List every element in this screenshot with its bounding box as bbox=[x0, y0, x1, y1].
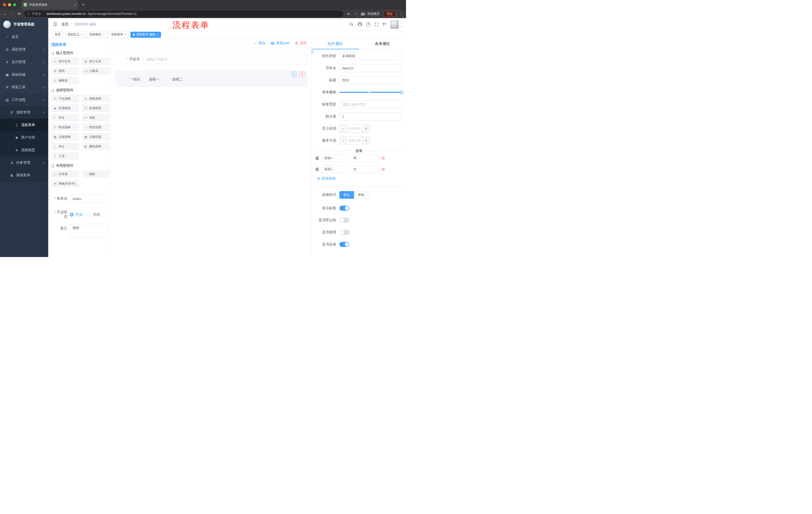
add-option-button[interactable]: ⊕ 添加选项 bbox=[317, 176, 402, 181]
component-chip-button[interactable]: ☝按钮 bbox=[82, 170, 110, 178]
decrease-button[interactable]: − bbox=[340, 125, 347, 132]
sidebar-item-home[interactable]: ◔ 首页 bbox=[0, 31, 48, 43]
canvas-field-gender-selected[interactable]: 性别 选项一 选项二 bbox=[115, 70, 308, 87]
copy-component-button[interactable] bbox=[291, 72, 297, 77]
fullscreen-icon[interactable] bbox=[374, 22, 379, 27]
component-chip-rate[interactable]: ☆评分 bbox=[51, 142, 79, 150]
option-value-input[interactable] bbox=[351, 165, 379, 173]
min-select-value[interactable]: 至少应选 bbox=[347, 125, 362, 132]
sidebar-item-process-management[interactable]: ☰ 流程管理 ∧ bbox=[0, 106, 48, 119]
chevron-down-icon[interactable]: ⌄ bbox=[402, 15, 404, 18]
option-name-input[interactable] bbox=[322, 165, 348, 173]
tab-component-props[interactable]: 组件属性 bbox=[312, 39, 359, 49]
drag-handle-icon[interactable] bbox=[315, 156, 319, 160]
field-name-input[interactable] bbox=[340, 64, 402, 72]
sidebar-item-user-group[interactable]: ☻ 用户分组 bbox=[0, 131, 48, 144]
avatar[interactable] bbox=[390, 20, 399, 29]
delete-component-button[interactable] bbox=[299, 72, 305, 77]
component-chip-password[interactable]: ⊠密码 bbox=[51, 67, 79, 75]
component-chip-radio-group[interactable]: ◉单选框组 bbox=[51, 104, 79, 112]
component-chip-checkbox-group[interactable]: ☑多选框组 bbox=[82, 104, 110, 112]
sidebar-item-system[interactable]: ⚙ 系统管理 ∨ bbox=[0, 43, 48, 56]
sidebar-item-process-form[interactable]: ▯ 流程表单 bbox=[0, 119, 48, 131]
close-icon[interactable]: × bbox=[157, 33, 158, 36]
form-remark-textarea[interactable]: 嘿嘿 bbox=[70, 224, 108, 238]
required-toggle[interactable] bbox=[340, 242, 349, 247]
security-label[interactable]: 不安全 bbox=[32, 12, 41, 16]
save-button[interactable]: ✓ 保存 bbox=[254, 41, 266, 46]
component-chip-color-picker[interactable]: ◧颜色选择 bbox=[82, 142, 110, 150]
component-chip-date-range[interactable]: ▩日期范围 bbox=[82, 133, 110, 141]
slider-handle[interactable] bbox=[400, 90, 403, 94]
sidebar-item-infrastructure[interactable]: ▣ 基础设施 ∨ bbox=[0, 69, 48, 81]
menu-fold-icon[interactable] bbox=[53, 22, 58, 27]
component-chip-counter[interactable]: 123计数器 bbox=[82, 67, 110, 75]
border-toggle[interactable] bbox=[340, 218, 349, 223]
forward-icon[interactable]: → bbox=[10, 12, 14, 16]
component-chip-slider[interactable]: ⊷滑块 bbox=[82, 114, 110, 121]
github-icon[interactable] bbox=[357, 22, 362, 27]
remove-option-icon[interactable]: ⊖ bbox=[381, 167, 385, 171]
component-chip-editor[interactable]: ✎编辑器 bbox=[51, 77, 79, 84]
component-chip-upload[interactable]: ⇧上传 bbox=[51, 152, 79, 160]
sidebar-item-workflow[interactable]: ▤ 工作流程 ∧ bbox=[0, 93, 48, 106]
component-chip-select[interactable]: ⊙下拉选择 bbox=[51, 95, 79, 102]
tab-form-props[interactable]: 表单属性 bbox=[359, 39, 406, 49]
component-chip-table[interactable]: ⊞表格[开发中] bbox=[51, 180, 79, 187]
increase-button[interactable]: + bbox=[362, 137, 370, 144]
default-value-input[interactable] bbox=[340, 112, 402, 120]
option-name-input[interactable] bbox=[322, 154, 348, 162]
search-icon[interactable] bbox=[349, 22, 354, 27]
max-select-value[interactable]: 最多可选 bbox=[347, 137, 362, 144]
address-bar[interactable]: ⚠ 不安全 dashboard.yudao.iocoder.cn/bpm/man… bbox=[24, 10, 343, 17]
sidebar-item-process-model[interactable]: ➤ 流程模型 bbox=[0, 144, 48, 156]
remove-option-icon[interactable]: ⊖ bbox=[381, 156, 385, 160]
component-chip-time-range[interactable]: ◔时间范围 bbox=[82, 124, 110, 131]
close-icon[interactable]: × bbox=[103, 33, 105, 36]
option-value-input[interactable] bbox=[351, 154, 379, 162]
tag-process-definition[interactable]: 流程定义 × bbox=[65, 32, 85, 38]
tag-process-form[interactable]: 流程表单 × bbox=[109, 32, 129, 38]
sidebar-item-devtools[interactable]: ⚒ 研发工具 ∨ bbox=[0, 81, 48, 93]
chevron-down-icon[interactable]: ⌄ bbox=[401, 24, 403, 28]
zoom-window-button[interactable] bbox=[13, 3, 16, 6]
close-tab-icon[interactable]: × bbox=[74, 3, 76, 7]
label-width-input[interactable] bbox=[340, 100, 402, 108]
help-icon[interactable]: ? bbox=[366, 22, 371, 27]
sidebar-item-task-management[interactable]: ⋔ 任务管理 ∨ bbox=[0, 156, 48, 169]
decrease-button[interactable]: − bbox=[340, 137, 347, 144]
breadcrumb-home[interactable]: 首页 bbox=[62, 22, 68, 27]
status-radio-on[interactable]: 开启 bbox=[70, 210, 82, 219]
back-icon[interactable]: ← bbox=[3, 12, 7, 16]
phone-input[interactable] bbox=[143, 55, 308, 64]
component-chip-cascader[interactable]: ⋔级联选择 bbox=[82, 95, 110, 102]
component-type-select[interactable]: 多选框组 ∨ bbox=[340, 52, 402, 60]
gender-checkbox-option1[interactable]: 选项一 bbox=[143, 77, 159, 82]
font-size-icon[interactable]: TT bbox=[383, 22, 386, 26]
reload-icon[interactable]: ⟳ bbox=[18, 12, 21, 16]
status-radio-off[interactable]: 关闭 bbox=[87, 210, 100, 219]
bookmark-star-icon[interactable]: ☆ bbox=[354, 12, 357, 16]
link-icon[interactable] bbox=[312, 50, 314, 54]
increase-button[interactable]: + bbox=[362, 125, 370, 132]
form-name-input[interactable] bbox=[70, 194, 108, 203]
title-input[interactable] bbox=[340, 76, 402, 84]
component-chip-row-container[interactable]: ▢行容器 bbox=[51, 170, 79, 178]
key-icon[interactable] bbox=[347, 12, 351, 16]
style-button-button[interactable]: 按钮 bbox=[354, 191, 368, 199]
sidebar-logo[interactable]: 芋道管理系统 bbox=[0, 18, 48, 31]
sidebar-item-payment[interactable]: ¥ 支付管理 ∨ bbox=[0, 56, 48, 69]
component-chip-date-picker[interactable]: ▦日期选择 bbox=[51, 133, 79, 141]
update-button[interactable]: 更新 bbox=[383, 10, 396, 17]
component-chip-switch[interactable]: ◐开关 bbox=[51, 114, 79, 121]
show-label-toggle[interactable] bbox=[340, 206, 349, 211]
component-chip-time-picker[interactable]: ◷时间选择 bbox=[51, 124, 79, 131]
close-window-button[interactable] bbox=[3, 3, 6, 6]
component-chip-multi-line-text[interactable]: ▤多行文本 bbox=[82, 58, 110, 65]
tag-home[interactable]: 首页 bbox=[52, 32, 63, 38]
component-chip-single-line-text[interactable]: ▭单行文本 bbox=[51, 58, 79, 65]
view-json-button[interactable]: 查看json bbox=[270, 41, 290, 46]
gender-checkbox-option2[interactable]: 选项二 bbox=[166, 77, 183, 82]
sidebar-item-leave-query[interactable]: ♟ 请假查询 bbox=[0, 169, 48, 182]
tag-process-form-edit[interactable]: 流程表单-编辑 × bbox=[130, 32, 161, 38]
